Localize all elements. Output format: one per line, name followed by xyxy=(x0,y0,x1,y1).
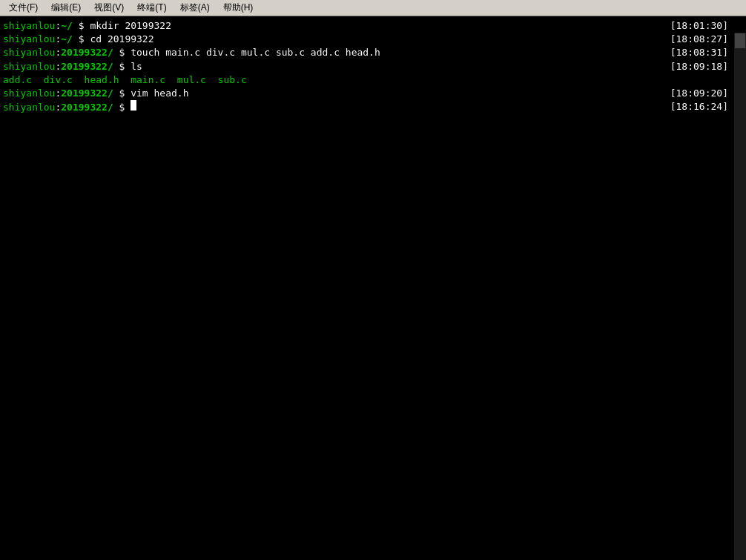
scrollbar-thumb[interactable] xyxy=(735,33,745,48)
prompt-dollar-6: $ xyxy=(113,87,131,100)
timestamp-6: [18:09:20] xyxy=(670,87,728,100)
prompt-path-1: ~/ xyxy=(61,19,73,33)
terminal-area[interactable]: shiyanlou:~/ $ mkdir 20199322 [18:01:30]… xyxy=(0,16,746,560)
terminal-cursor xyxy=(131,100,136,111)
prompt-path-3: 20199322/ xyxy=(61,46,113,59)
menubar: 文件(F) 编辑(E) 视图(V) 终端(T) 标签(A) 帮助(H) xyxy=(0,0,746,16)
prompt-user-4: shiyanlou xyxy=(3,60,55,73)
cmd-3: touch main.c div.c mul.c sub.c add.c hea… xyxy=(131,46,380,59)
timestamp-3: [18:08:31] xyxy=(670,46,728,59)
menu-terminal[interactable]: 终端(T) xyxy=(131,0,172,16)
menu-view[interactable]: 视图(V) xyxy=(88,0,130,16)
prompt-dollar-1: $ xyxy=(73,19,90,33)
prompt-sep-4: : xyxy=(55,60,61,73)
prompt-dollar-2: $ xyxy=(73,33,90,46)
cmd-1: mkdir 20199322 xyxy=(90,19,171,33)
terminal-line-4: shiyanlou:20199322/ $ ls [18:09:18] xyxy=(3,60,743,73)
prompt-user-2: shiyanlou xyxy=(3,33,55,46)
prompt-path-7: 20199322/ xyxy=(61,101,113,114)
timestamp-7: [18:16:24] xyxy=(670,100,728,113)
prompt-path-2: ~/ xyxy=(61,33,73,46)
cmd-6: vim head.h xyxy=(131,87,188,100)
prompt-path-4: 20199322/ xyxy=(61,60,113,73)
terminal-line-6: shiyanlou:20199322/ $ vim head.h [18:09:… xyxy=(3,87,743,100)
prompt-sep-6: : xyxy=(55,87,61,100)
prompt-sep-3: : xyxy=(55,46,61,59)
menu-edit[interactable]: 编辑(E) xyxy=(45,0,87,16)
cmd-2: cd 20199322 xyxy=(90,33,154,46)
prompt-user-7: shiyanlou xyxy=(3,101,55,114)
terminal-line-3: shiyanlou:20199322/ $ touch main.c div.c… xyxy=(3,46,743,59)
timestamp-4: [18:09:18] xyxy=(670,60,728,73)
terminal-line-2: shiyanlou:~/ $ cd 20199322 [18:08:27] xyxy=(3,33,743,46)
terminal-line-5-output: add.c div.c head.h main.c mul.c sub.c xyxy=(3,73,743,87)
prompt-user-1: shiyanlou xyxy=(3,19,55,33)
prompt-sep-7: : xyxy=(55,101,61,114)
prompt-user-3: shiyanlou xyxy=(3,46,55,59)
cmd-4: ls xyxy=(131,60,142,73)
ls-output: add.c div.c head.h main.c mul.c sub.c xyxy=(3,73,247,87)
scrollbar[interactable] xyxy=(734,33,746,560)
menu-help[interactable]: 帮助(H) xyxy=(217,0,260,16)
timestamp-2: [18:08:27] xyxy=(670,33,728,46)
prompt-dollar-7: $ xyxy=(113,101,131,114)
prompt-sep-1: : xyxy=(55,19,61,33)
timestamp-1: [18:01:30] xyxy=(670,19,728,33)
prompt-path-6: 20199322/ xyxy=(61,87,113,100)
menu-file[interactable]: 文件(F) xyxy=(3,0,44,16)
prompt-sep-2: : xyxy=(55,33,61,46)
terminal-line-1: shiyanlou:~/ $ mkdir 20199322 [18:01:30] xyxy=(3,19,743,33)
prompt-dollar-4: $ xyxy=(113,60,131,73)
prompt-user-6: shiyanlou xyxy=(3,87,55,100)
menu-tabs[interactable]: 标签(A) xyxy=(174,0,216,16)
terminal-line-7: shiyanlou:20199322/ $ [18:16:24] xyxy=(3,100,743,114)
prompt-dollar-3: $ xyxy=(113,46,131,59)
